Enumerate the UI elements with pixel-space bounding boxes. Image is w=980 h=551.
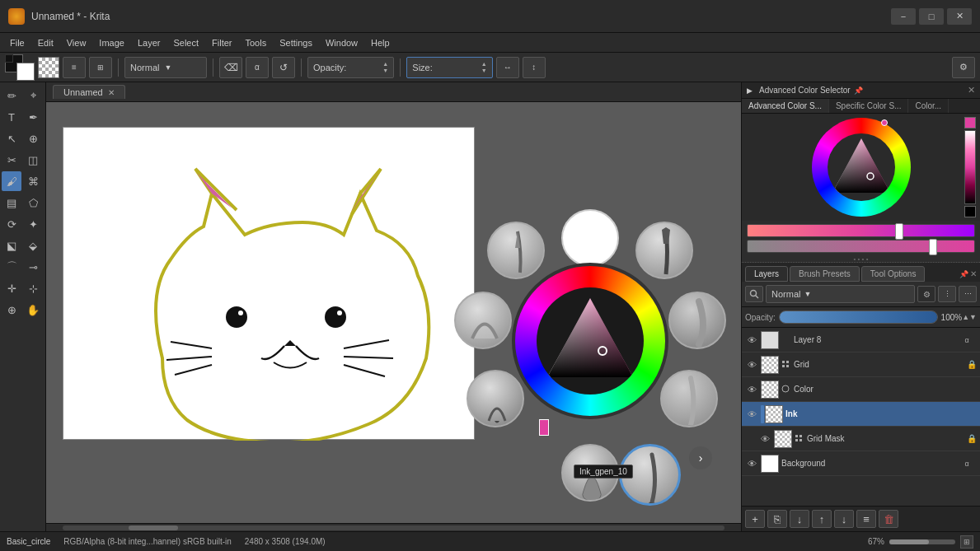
layer-item-gridmask[interactable]: 👁 Grid Mask 🔒 <box>742 427 980 451</box>
h-scrollbar[interactable] <box>46 523 741 531</box>
layer-visibility-grid[interactable]: 👁 <box>745 358 758 371</box>
reset-button[interactable]: ↺ <box>272 57 295 78</box>
brush-circle-active[interactable] <box>619 444 681 506</box>
panel-pin-button[interactable]: 📌 <box>854 86 863 95</box>
measure-tool[interactable]: ⊹ <box>23 278 43 298</box>
brush-circle-left[interactable] <box>454 292 512 349</box>
brush-circle-br[interactable] <box>660 370 718 427</box>
opacity-spinners[interactable]: ▲ ▼ <box>382 61 388 73</box>
crop-tool[interactable]: ✂ <box>2 150 21 170</box>
menu-tools[interactable]: Tools <box>239 36 274 49</box>
size-input[interactable]: 11.47 px <box>436 63 481 72</box>
brush-circle-right[interactable] <box>668 292 726 349</box>
text-tool[interactable]: T <box>2 107 21 127</box>
dynamic-brush-tool[interactable]: ⟳ <box>2 214 21 234</box>
menu-help[interactable]: Help <box>364 36 396 49</box>
magnetic-select-tool[interactable]: ⊸ <box>23 257 43 277</box>
mirror-h-button[interactable]: ↔ <box>496 57 519 78</box>
zoom-slider[interactable] <box>889 539 955 544</box>
multibrush-tool[interactable]: ✦ <box>23 214 43 234</box>
active-color-swatch[interactable] <box>964 117 976 128</box>
tab-adv-color[interactable]: Advanced Color S... <box>742 99 829 113</box>
background-color[interactable] <box>16 63 35 81</box>
layer-visibility-gridmask[interactable]: 👁 <box>758 432 771 446</box>
mirror-button[interactable]: ⊞ <box>89 57 112 78</box>
opacity-down[interactable]: ▼ <box>382 68 388 73</box>
zoom-fit-button[interactable]: ⊞ <box>960 535 973 549</box>
pattern-swatch[interactable] <box>38 57 59 78</box>
layer-item-grid[interactable]: 👁 Grid 🔒 <box>742 353 980 377</box>
pan-tool[interactable]: ✋ <box>23 300 43 320</box>
saturation-slider-thumb[interactable] <box>929 239 937 255</box>
menu-layer[interactable]: Layer <box>131 36 167 49</box>
zoom-tool[interactable]: ⊕ <box>2 300 21 320</box>
size-down[interactable]: ▼ <box>481 68 487 73</box>
smart-patch-tool[interactable]: ⌘ <box>23 171 43 191</box>
layer-visibility-ink[interactable]: 👁 <box>745 408 758 421</box>
layer-settings-button[interactable]: ≡ <box>856 510 876 528</box>
opacity-down-btn[interactable]: ▼ <box>969 313 977 321</box>
layer-item-color[interactable]: 👁 Color <box>742 377 980 402</box>
freehand-brush-tool[interactable]: ✏ <box>2 86 21 105</box>
mirror-v-button[interactable]: ↕ <box>523 57 546 78</box>
saturation-slider[interactable] <box>747 240 975 253</box>
calligraphy-tool[interactable]: ✒ <box>23 107 43 127</box>
similar-color-select-tool[interactable]: ⬙ <box>23 236 43 255</box>
menu-view[interactable]: View <box>60 36 93 49</box>
canvas-tab-close[interactable]: ✕ <box>108 88 115 97</box>
layers-panel-close[interactable]: ✕ <box>970 269 977 278</box>
menu-select[interactable]: Select <box>166 36 205 49</box>
hue-wheel[interactable] <box>512 263 668 419</box>
menu-edit[interactable]: Edit <box>31 36 60 49</box>
next-button[interactable]: › <box>689 446 712 469</box>
gradient-tool[interactable]: ◫ <box>23 150 43 170</box>
tab-specific-color[interactable]: Specific Color S... <box>829 99 908 113</box>
layer-visibility-8[interactable]: 👁 <box>745 334 758 347</box>
enclose-fill-tool[interactable]: ⬠ <box>23 193 43 212</box>
settings-button[interactable]: ⚙ <box>952 57 975 78</box>
menu-file[interactable]: File <box>3 36 31 49</box>
bezier-select-tool[interactable]: ⌒ <box>2 257 21 277</box>
layer-expand-button[interactable]: ⋯ <box>959 286 977 302</box>
brush-circle-tl[interactable] <box>487 222 545 279</box>
layer-collapse-button[interactable]: ⋮ <box>938 286 956 302</box>
hue-slider-thumb[interactable] <box>895 223 903 240</box>
layers-panel-pin[interactable]: 📌 <box>959 270 968 278</box>
layer-item-ink[interactable]: 👁 Ink <box>742 402 980 427</box>
blend-mode-dropdown[interactable]: Normal ▼ <box>124 57 207 78</box>
panel-resizer[interactable]: • • • • <box>742 256 980 263</box>
drawing-canvas[interactable] <box>63 127 475 440</box>
color-value-strip[interactable] <box>964 130 976 204</box>
layer-blend-mode[interactable]: Normal ▼ <box>766 285 915 303</box>
transform-tool[interactable]: ⊕ <box>23 128 43 148</box>
move-layer-down-button[interactable]: ↓ <box>834 510 854 528</box>
layer-item-8[interactable]: 👁 Layer 8 α <box>742 328 980 353</box>
move-tool[interactable]: ✛ <box>2 278 21 298</box>
brush-circle-bl[interactable] <box>467 370 524 427</box>
hue-slider[interactable] <box>747 224 975 237</box>
fill-tool[interactable]: ▤ <box>2 193 21 212</box>
move-layer-up-button[interactable]: ↑ <box>812 510 832 528</box>
freehand-select-tool[interactable]: ⌖ <box>23 86 43 105</box>
contiguous-select-tool[interactable]: ⬕ <box>2 236 21 255</box>
panel-expand-icon[interactable]: ▶ <box>747 86 753 95</box>
tab-layers[interactable]: Layers <box>745 266 788 282</box>
close-button[interactable]: ✕ <box>947 8 972 25</box>
erase-button[interactable]: ⌫ <box>219 57 242 78</box>
delete-layer-button[interactable]: 🗑 <box>879 510 898 528</box>
brush-circle-top[interactable] <box>561 209 619 267</box>
opacity-input[interactable]: 1.00 <box>349 63 382 72</box>
opacity-slider[interactable] <box>779 311 938 324</box>
add-layer-button[interactable]: + <box>745 510 765 528</box>
menu-filter[interactable]: Filter <box>205 36 238 49</box>
canvas-content[interactable]: › Ink_gpen_10 <box>46 102 741 531</box>
maximize-button[interactable]: □ <box>919 8 944 25</box>
opacity-up[interactable]: ▲ <box>382 61 388 67</box>
tab-tool-options[interactable]: Tool Options <box>861 266 926 282</box>
merge-layer-button[interactable]: ↓ <box>790 510 809 528</box>
copy-layer-button[interactable]: ⎘ <box>767 510 787 528</box>
minimize-button[interactable]: − <box>891 8 916 25</box>
menu-settings[interactable]: Settings <box>273 36 319 49</box>
brush-circle-bottom[interactable] <box>561 444 619 502</box>
opacity-up-btn[interactable]: ▲ <box>962 313 969 321</box>
